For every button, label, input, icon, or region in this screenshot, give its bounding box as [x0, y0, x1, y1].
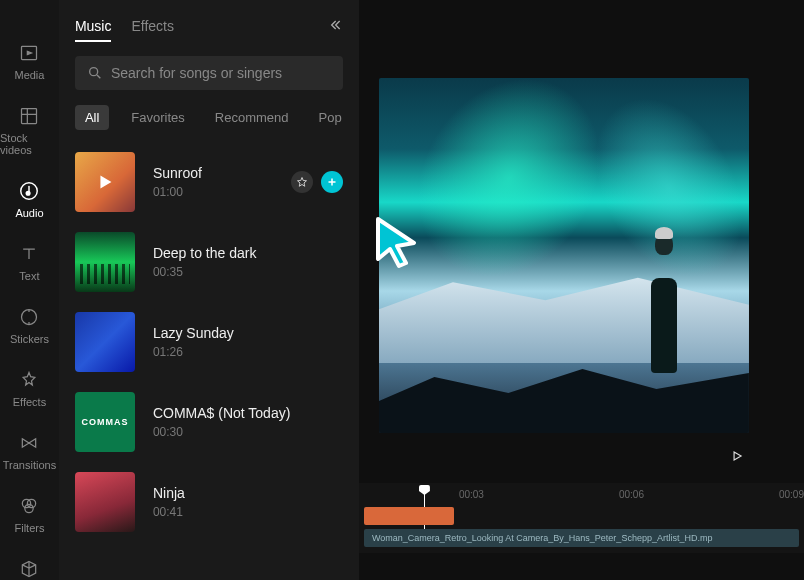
media-panel: Music Effects All Favorites Recommend Po…	[59, 0, 359, 580]
track-thumbnail[interactable]: COMMAS	[75, 392, 135, 452]
track-item[interactable]: Ninja 00:41	[75, 462, 343, 542]
track-duration: 01:00	[153, 185, 202, 199]
track-item[interactable]: COMMAS COMMA$ (Not Today) 00:30	[75, 382, 343, 462]
text-icon	[18, 243, 40, 265]
preview-area: 00:03 00:06 00:09 Woman_Camera_Retro_Loo…	[359, 0, 804, 580]
time-tick: 00:09	[779, 489, 804, 500]
nav-label: Stickers	[10, 333, 49, 345]
preview-controls	[359, 433, 804, 483]
nav-label: Filters	[14, 522, 44, 534]
svg-point-6	[28, 499, 36, 507]
filters-row: All Favorites Recommend Pop	[59, 100, 359, 142]
library-icon	[18, 558, 40, 580]
track-item[interactable]: Deep to the dark 00:35	[75, 222, 343, 302]
track-duration: 00:35	[153, 265, 257, 279]
nav-text[interactable]: Text	[0, 231, 59, 294]
nav-library[interactable]: Library	[0, 546, 59, 580]
add-track-button[interactable]	[321, 171, 343, 193]
stock-icon	[18, 105, 40, 127]
track-duration: 01:26	[153, 345, 234, 359]
nav-rail: Media Stock videos Audio Text Stickers	[0, 0, 59, 580]
play-icon	[94, 171, 116, 193]
search-icon	[87, 65, 103, 81]
preview-canvas[interactable]	[379, 78, 749, 433]
nav-stock-videos[interactable]: Stock videos	[0, 93, 59, 168]
track-thumbnail[interactable]	[75, 472, 135, 532]
time-tick: 00:06	[619, 489, 644, 500]
track-title: Sunroof	[153, 165, 202, 181]
nav-label: Stock videos	[0, 132, 59, 156]
media-icon	[18, 42, 40, 64]
filter-favorites[interactable]: Favorites	[123, 105, 192, 130]
track-list[interactable]: Sunroof 01:00 Deep to the dark 00:35	[59, 142, 359, 580]
filters-icon	[18, 495, 40, 517]
play-button[interactable]	[730, 449, 744, 467]
track-thumbnail[interactable]	[75, 312, 135, 372]
transitions-icon	[18, 432, 40, 454]
track-item[interactable]: Sunroof 01:00	[75, 142, 343, 222]
filter-recommend[interactable]: Recommend	[207, 105, 297, 130]
track-thumbnail[interactable]	[75, 232, 135, 292]
svg-point-3	[27, 191, 31, 195]
track-title: Lazy Sunday	[153, 325, 234, 341]
svg-rect-1	[22, 109, 37, 124]
nav-label: Transitions	[3, 459, 56, 471]
track-title: Ninja	[153, 485, 185, 501]
tab-music[interactable]: Music	[75, 12, 112, 42]
track-title: COMMA$ (Not Today)	[153, 405, 290, 421]
collapse-panel-icon[interactable]	[327, 17, 343, 37]
nav-media[interactable]: Media	[0, 30, 59, 93]
svg-point-8	[90, 68, 98, 76]
plus-icon	[326, 176, 338, 188]
track-duration: 00:41	[153, 505, 185, 519]
search-input[interactable]	[111, 65, 331, 81]
nav-effects[interactable]: Effects	[0, 357, 59, 420]
track-duration: 00:30	[153, 425, 290, 439]
nav-label: Text	[19, 270, 39, 282]
nav-stickers[interactable]: Stickers	[0, 294, 59, 357]
tab-effects[interactable]: Effects	[131, 12, 174, 42]
favorite-button[interactable]	[291, 171, 313, 193]
nav-filters[interactable]: Filters	[0, 483, 59, 546]
nav-label: Audio	[15, 207, 43, 219]
effects-icon	[18, 369, 40, 391]
timeline-clip-video[interactable]	[364, 507, 454, 525]
audio-icon	[18, 180, 40, 202]
star-icon	[296, 176, 308, 188]
timeline-clip-label[interactable]: Woman_Camera_Retro_Looking At Camera_By_…	[364, 529, 799, 547]
play-icon	[730, 449, 744, 463]
filter-pop[interactable]: Pop	[311, 105, 350, 130]
nav-label: Effects	[13, 396, 46, 408]
time-ruler: 00:03 00:06 00:09	[364, 483, 804, 500]
track-item[interactable]: Lazy Sunday 01:26	[75, 302, 343, 382]
search-box[interactable]	[75, 56, 343, 90]
tabs-row: Music Effects	[59, 0, 359, 42]
track-thumbnail[interactable]	[75, 152, 135, 212]
nav-label: Media	[14, 69, 44, 81]
filter-all[interactable]: All	[75, 105, 109, 130]
timeline[interactable]: 00:03 00:06 00:09 Woman_Camera_Retro_Loo…	[359, 483, 804, 553]
svg-point-7	[25, 504, 33, 512]
track-title: Deep to the dark	[153, 245, 257, 261]
stickers-icon	[18, 306, 40, 328]
time-tick: 00:03	[459, 489, 484, 500]
nav-audio[interactable]: Audio	[0, 168, 59, 231]
nav-transitions[interactable]: Transitions	[0, 420, 59, 483]
